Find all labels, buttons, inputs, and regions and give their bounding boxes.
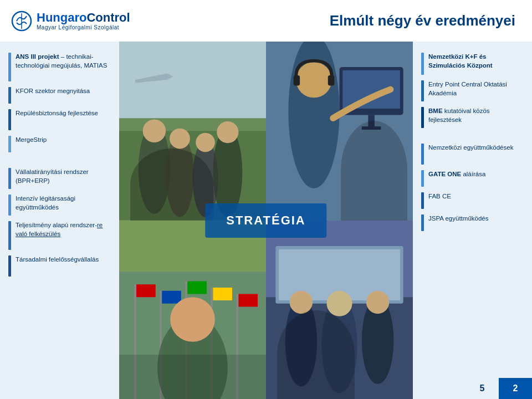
svg-point-6 xyxy=(143,120,166,142)
left-text-tarsadalmi: Társadalmi felelősségvállalás xyxy=(16,255,99,264)
right-item-fab-ce: FAB CE xyxy=(421,192,524,209)
svg-rect-27 xyxy=(162,290,181,303)
left-item-tarsadalmi: Társadalmi felelősségvállalás xyxy=(8,255,111,277)
left-text-vallalat: Vállalatirányítási rendszer (BPR+ERP) xyxy=(16,168,111,185)
svg-rect-16 xyxy=(368,115,375,127)
logo-sub-text: Magyar Légiforgalmi Szolgálat xyxy=(37,24,130,30)
right-text-nemzeti-kf: Nemzetközi K+F és Szimulációs Központ xyxy=(428,53,524,70)
svg-rect-20 xyxy=(294,75,300,85)
right-text-entry-point: Entry Point Central Oktatási Akadémia xyxy=(428,80,524,98)
left-text-merge: MergeStrip xyxy=(16,136,47,145)
right-item-entry-point: Entry Point Central Oktatási Akadémia xyxy=(421,80,524,101)
svg-point-35 xyxy=(170,297,215,342)
right-item-nemzeti-egyutt: Nemzetközi együttműködések xyxy=(421,144,524,165)
svg-point-8 xyxy=(170,129,190,149)
left-bar-tarsadalmi xyxy=(8,255,11,277)
left-bar-teljesitmeny xyxy=(8,221,11,250)
left-bar-intenziv xyxy=(8,195,11,216)
image-military xyxy=(119,42,266,221)
left-text-teljesitmeny: Teljesítmény alapú rendszer-re való felk… xyxy=(16,221,111,238)
svg-rect-25 xyxy=(136,284,156,297)
svg-point-10 xyxy=(196,133,215,152)
right-text-fab-ce: FAB CE xyxy=(428,192,451,201)
center-panel: STRATÉGIA xyxy=(119,42,413,399)
image-woman xyxy=(119,221,266,400)
left-item-kfor: KFOR szektor megnyitása xyxy=(8,87,111,104)
left-panel: ANS III projekt – technikai-technológiai… xyxy=(0,42,119,399)
header: HungaroControl Magyar Légiforgalmi Szolg… xyxy=(0,0,532,42)
left-bar-kfor xyxy=(8,87,11,104)
left-text-kfor: KFOR szektor megnyitása xyxy=(16,87,90,96)
header-title: Elmúlt négy év eredményei xyxy=(330,12,515,29)
right-bar-bme xyxy=(421,107,424,128)
left-bar-vallalat xyxy=(8,168,11,189)
right-text-bme: BME kutatóival közös fejlesztések xyxy=(428,107,524,124)
left-bar-merge xyxy=(8,136,11,152)
svg-point-19 xyxy=(296,62,332,98)
left-bar-ans3 xyxy=(8,53,11,81)
right-panel: Nemzetközi K+F és Szimulációs Központ En… xyxy=(413,42,532,399)
left-bar-repules xyxy=(8,109,11,130)
left-item-ans3: ANS III projekt – technikai-technológiai… xyxy=(8,53,111,81)
right-item-nemzeti-kf: Nemzetközi K+F és Szimulációs Központ xyxy=(421,53,524,75)
svg-point-12 xyxy=(217,121,238,143)
right-bar-gate-one xyxy=(421,170,424,187)
right-bar-nemzeti-egyutt xyxy=(421,144,424,165)
logo-main-text: HungaroControl xyxy=(37,11,130,24)
image-meeting xyxy=(266,221,413,400)
page-wrapper: HungaroControl Magyar Légiforgalmi Szolg… xyxy=(0,0,532,399)
left-text-intenziv: Intenzív légitársasági együttműködés xyxy=(16,195,111,212)
svg-point-45 xyxy=(366,290,389,313)
right-bar-fab-ce xyxy=(421,192,424,209)
svg-point-41 xyxy=(290,290,313,313)
right-item-jspa: JSPA együttműködés xyxy=(421,214,524,231)
right-bar-entry-point xyxy=(421,80,424,101)
logo-text-block: HungaroControl Magyar Légiforgalmi Szolg… xyxy=(37,11,130,30)
page-number-5: 5 xyxy=(466,378,499,399)
right-item-bme: BME kutatóival közös fejlesztések xyxy=(421,107,524,128)
right-bar-jspa xyxy=(421,214,424,231)
right-text-nemzeti-egyutt: Nemzetközi együttműködések xyxy=(428,144,513,152)
svg-rect-33 xyxy=(238,294,258,306)
right-text-jspa: JSPA együttműködés xyxy=(428,214,488,223)
left-text-ans3: ANS III projekt – technikai-technológiai… xyxy=(16,53,111,70)
svg-rect-21 xyxy=(328,75,335,85)
svg-rect-31 xyxy=(213,287,232,300)
logo-area: HungaroControl Magyar Légiforgalmi Szolg… xyxy=(11,11,130,32)
strategia-label: STRATÉGIA xyxy=(226,213,305,227)
right-text-gate-one: GATE ONE aláírása xyxy=(428,170,485,179)
left-item-teljesitmeny: Teljesítmény alapú rendszer-re való felk… xyxy=(8,221,111,250)
left-item-vallalat: Vállalatirányítási rendszer (BPR+ERP) xyxy=(8,168,111,189)
left-item-intenziv: Intenzív légitársasági együttműködés xyxy=(8,195,111,216)
main-content: ANS III projekt – technikai-technológiai… xyxy=(0,42,532,399)
right-bar-nemzeti-kf xyxy=(421,53,424,75)
left-item-repules: Repülésbiztonság fejlesztése xyxy=(8,109,111,130)
page-numbers: 5 2 xyxy=(466,378,532,399)
svg-point-43 xyxy=(326,290,352,316)
left-text-repules: Repülésbiztonság fejlesztése xyxy=(16,109,98,118)
image-screen xyxy=(266,42,413,221)
right-item-gate-one: GATE ONE aláírása xyxy=(421,170,524,187)
strategia-overlay: STRATÉGIA xyxy=(205,203,326,238)
svg-rect-29 xyxy=(187,281,207,294)
logo-icon xyxy=(11,11,32,32)
svg-rect-17 xyxy=(362,126,381,130)
page-number-2: 2 xyxy=(499,378,532,399)
left-item-merge: MergeStrip xyxy=(8,136,111,152)
